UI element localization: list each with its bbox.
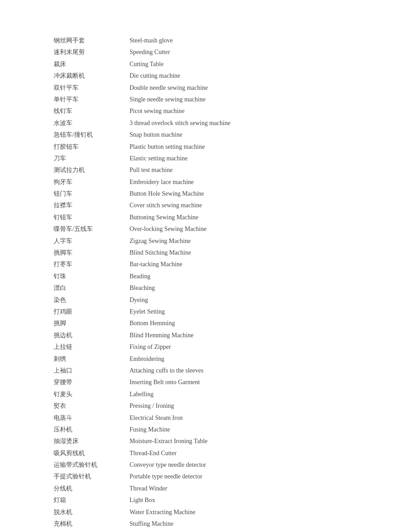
english-term: Labelling xyxy=(125,390,154,399)
chinese-term: 刺绣 xyxy=(54,354,125,364)
english-term: Picot sewing machine xyxy=(125,106,185,116)
chinese-term: 挑脚车 xyxy=(54,248,125,258)
list-item: 分线机Thread Winder xyxy=(54,484,357,494)
english-term: Die cutting machine xyxy=(125,71,180,81)
list-item: 急钮车/撞钉机Snap button machine xyxy=(54,130,357,140)
english-term: Snap button machine xyxy=(125,130,182,140)
english-term: Thread-End Cutter xyxy=(125,448,176,458)
chinese-term: 分线机 xyxy=(54,484,125,494)
english-term: Pull test machine xyxy=(125,165,172,175)
english-term: Button Hole Sewing Machine xyxy=(125,189,204,199)
chinese-term: 抽湿烫床 xyxy=(54,436,125,446)
chinese-term: 上拉链 xyxy=(54,342,125,352)
chinese-term: 钮门车 xyxy=(54,189,125,199)
english-term: Attaching cuffs to the sleeves xyxy=(125,366,203,376)
list-item: 双针平车Double needle sewing machine xyxy=(54,83,357,93)
list-item: 单针平车Single needle sewing machine xyxy=(54,95,357,105)
chinese-term: 拉襟车 xyxy=(54,201,125,210)
english-term: Stuffing Machine xyxy=(125,519,173,529)
list-item: 刀车Elastic setting machine xyxy=(54,154,357,163)
list-item: 手提式验针机Portable type needle detector xyxy=(54,472,357,482)
english-term: Blind Stitching Machine xyxy=(125,248,191,258)
english-term: Fixing of Zipper xyxy=(125,342,171,352)
chinese-term: 测试拉力机 xyxy=(54,165,125,175)
english-term: Over-locking Sewing Machine xyxy=(125,224,206,234)
list-item: 打鸡眼Eyelet Setting xyxy=(54,307,357,317)
chinese-term: 手提式验针机 xyxy=(54,472,125,482)
chinese-term: 上袖口 xyxy=(54,366,125,376)
english-term: Embroidering xyxy=(125,354,164,364)
list-item: 人字车Zigzag Sewing Machine xyxy=(54,236,357,246)
english-term: Embroidery lace machine xyxy=(125,177,194,187)
english-term: Eyelet Setting xyxy=(125,307,165,317)
chinese-term: 电蒸斗 xyxy=(54,413,125,423)
chinese-term: 挑边机 xyxy=(54,331,125,340)
english-term: Bleaching xyxy=(125,283,155,293)
list-item: 充棉机Stuffing Machine xyxy=(54,519,357,529)
list-item: 拉襟车Cover stitch sewing machine xyxy=(54,201,357,210)
chinese-term: 吸风剪线机 xyxy=(54,448,125,458)
list-item: 灯箱Light Box xyxy=(54,495,357,505)
list-item: 吸风剪线机Thread-End Cutter xyxy=(54,448,357,458)
list-item: 喋骨车/五线车Over-locking Sewing Machine xyxy=(54,224,357,234)
english-term: Elastic setting machine xyxy=(125,154,188,163)
list-item: 打枣车Bar-tacking Machine xyxy=(54,260,357,269)
english-term: Pressing / Ironing xyxy=(125,401,174,411)
chinese-term: 钢丝网手套 xyxy=(54,36,125,46)
english-term: Bar-tacking Machine xyxy=(125,260,182,269)
chinese-term: 冲床裁断机 xyxy=(54,71,125,81)
list-item: 钉钮车Buttoning Sewing Machine xyxy=(54,213,357,222)
chinese-term: 灯箱 xyxy=(54,495,125,505)
list-item: 钮门车Button Hole Sewing Machine xyxy=(54,189,357,199)
english-term: 3 thread overlock stitch sewing machine xyxy=(125,118,231,128)
english-term: Cutting Table xyxy=(125,59,164,69)
english-term: Light Box xyxy=(125,495,155,505)
english-term: Water Extracting Machine xyxy=(125,507,195,517)
chinese-term: 水波车 xyxy=(54,118,125,128)
chinese-term: 人字车 xyxy=(54,236,125,246)
term-list: 钢丝网手套Steel-mash glove速利末尾剪Speeding Cutte… xyxy=(54,36,357,532)
list-item: 钢丝网手套Steel-mash glove xyxy=(54,36,357,46)
english-term: Bottom Hemming xyxy=(125,318,175,328)
chinese-term: 钉珠 xyxy=(54,272,125,281)
english-term: Inserting Belt onto Garment xyxy=(125,377,200,387)
list-item: 测试拉力机Pull test machine xyxy=(54,165,357,175)
chinese-term: 狗牙车 xyxy=(54,177,125,187)
list-item: 钉麦头Labelling xyxy=(54,390,357,399)
chinese-term: 打鸡眼 xyxy=(54,307,125,317)
english-term: Speeding Cutter xyxy=(125,47,170,57)
chinese-term: 裁床 xyxy=(54,59,125,69)
list-item: 水波车3 thread overlock stitch sewing machi… xyxy=(54,118,357,128)
english-term: Electrical Steam Iron xyxy=(125,413,183,423)
list-item: 漂白Bleaching xyxy=(54,283,357,293)
chinese-term: 喋骨车/五线车 xyxy=(54,224,125,234)
english-term: Blind Hemming Machine xyxy=(125,331,193,340)
english-term: Conveyor type needle detector xyxy=(125,460,206,470)
chinese-term: 钉钮车 xyxy=(54,213,125,222)
chinese-term: 穿腰带 xyxy=(54,377,125,387)
chinese-term: 急钮车/撞钉机 xyxy=(54,130,125,140)
english-term: Thread Winder xyxy=(125,484,167,494)
list-item: 电蒸斗Electrical Steam Iron xyxy=(54,413,357,423)
chinese-term: 双针平车 xyxy=(54,83,125,93)
list-item: 裁床Cutting Table xyxy=(54,59,357,69)
list-item: 刺绣Embroidering xyxy=(54,354,357,364)
list-item: 上袖口Attaching cuffs to the sleeves xyxy=(54,366,357,376)
list-item: 染色Dyeing xyxy=(54,295,357,305)
list-item: 挑边机Blind Hemming Machine xyxy=(54,331,357,340)
list-item: 挑脚车Blind Stitching Machine xyxy=(54,248,357,258)
english-term: Portable type needle detector xyxy=(125,472,202,482)
english-term: Buttoning Sewing Machine xyxy=(125,213,198,222)
chinese-term: 打枣车 xyxy=(54,260,125,269)
english-term: Double needle sewing machine xyxy=(125,83,208,93)
chinese-term: 钉麦头 xyxy=(54,390,125,399)
chinese-term: 漂白 xyxy=(54,283,125,293)
list-item: 冲床裁断机Die cutting machine xyxy=(54,71,357,81)
list-item: 狗牙车Embroidery lace machine xyxy=(54,177,357,187)
chinese-term: 运输带式验针机 xyxy=(54,460,125,470)
english-term: Plastic button setting machine xyxy=(125,142,205,152)
list-item: 打胶钮车Plastic button setting machine xyxy=(54,142,357,152)
chinese-term: 单针平车 xyxy=(54,95,125,105)
list-item: 穿腰带Inserting Belt onto Garment xyxy=(54,377,357,387)
list-item: 抽湿烫床Moisture-Extract Ironing Table xyxy=(54,436,357,446)
